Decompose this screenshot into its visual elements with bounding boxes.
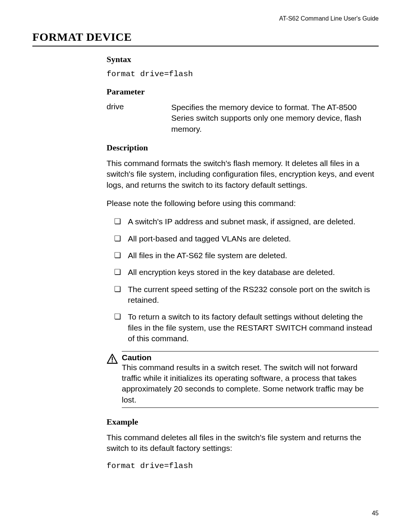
syntax-code: format drive=flash — [107, 70, 379, 78]
list-item: All encryption keys stored in the key da… — [114, 267, 379, 278]
list-item: All port-based and tagged VLANs are dele… — [114, 233, 379, 244]
main-content: Syntax format drive=flash Parameter driv… — [107, 51, 379, 479]
list-item: The current speed setting of the RS232 c… — [114, 284, 379, 306]
parameter-heading: Parameter — [107, 87, 379, 97]
description-bullets: A switch's IP address and subnet mask, i… — [107, 216, 379, 344]
svg-point-2 — [112, 361, 113, 362]
caution-block: Caution This command results in a switch… — [107, 351, 379, 408]
list-item: To return a switch to its factory defaul… — [114, 312, 379, 344]
page-number: 45 — [372, 510, 379, 517]
running-header: AT-S62 Command Line User's Guide — [279, 15, 379, 22]
example-code: format drive=flash — [107, 462, 379, 470]
parameter-description: Specifies the memory device to format. T… — [171, 102, 379, 134]
description-para-1: This command formats the switch's flash … — [107, 158, 379, 190]
page-title: FORMAT DEVICE — [32, 30, 379, 46]
description-para-2: Please note the following before using t… — [107, 198, 379, 209]
example-para: This command deletes all files in the sw… — [107, 432, 379, 454]
list-item: A switch's IP address and subnet mask, i… — [114, 216, 379, 227]
warning-icon — [107, 353, 118, 366]
parameter-row: drive Specifies the memory device to for… — [107, 102, 379, 134]
parameter-name: drive — [107, 102, 171, 134]
caution-title: Caution — [122, 353, 379, 362]
list-item: All files in the AT-S62 file system are … — [114, 250, 379, 261]
description-heading: Description — [107, 143, 379, 153]
example-heading: Example — [107, 417, 379, 427]
syntax-heading: Syntax — [107, 54, 379, 64]
caution-text: This command results in a switch reset. … — [122, 362, 379, 405]
